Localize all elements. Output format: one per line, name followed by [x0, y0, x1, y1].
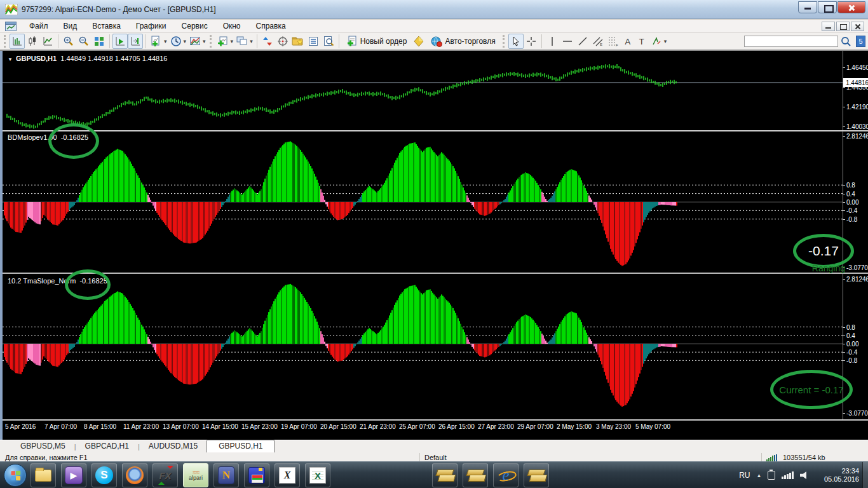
mdi-minimize-button[interactable]: [822, 22, 835, 31]
network-signal-icon[interactable]: [782, 471, 794, 479]
time-label: 26 Apr 15:00: [438, 423, 475, 430]
templates-dropdown-icon[interactable]: ▾: [203, 38, 206, 44]
tray-expand-icon[interactable]: ▲: [757, 473, 762, 478]
taskbar-firefox[interactable]: [122, 463, 147, 487]
taskbar-metaeditor-3[interactable]: [524, 463, 549, 487]
zoom-in-icon[interactable]: [61, 34, 76, 49]
panel-separator[interactable]: [3, 419, 868, 421]
crosshair-icon[interactable]: [524, 34, 539, 49]
minimize-button[interactable]: [798, 1, 817, 13]
menu-file[interactable]: Файл: [22, 20, 56, 32]
taskbar-alpari-active[interactable]: ≈≈ alpari: [183, 463, 208, 487]
templates-icon[interactable]: [187, 34, 203, 49]
zoom-out-icon[interactable]: [76, 34, 92, 49]
menu-window[interactable]: Окно: [215, 20, 248, 32]
tab-gbpusd-h1[interactable]: GBPUSD,H1: [207, 440, 275, 453]
axis-label: 2.81246: [846, 276, 868, 283]
chart-shift-icon[interactable]: [128, 34, 143, 49]
toolbar-grip[interactable]: [4, 35, 7, 48]
taskbar-excel[interactable]: X: [305, 463, 330, 487]
candlestick-icon[interactable]: [25, 34, 40, 49]
menu-charts[interactable]: Графики: [128, 20, 174, 32]
maximize-button[interactable]: [818, 1, 837, 13]
new-order-label: Новый ордер: [360, 37, 407, 46]
diamond-icon[interactable]: [411, 34, 426, 49]
search-icon[interactable]: [838, 34, 853, 49]
axis-label: -0.8: [846, 357, 868, 364]
trendline-icon[interactable]: [575, 34, 590, 49]
journal-icon[interactable]: [306, 34, 321, 49]
taskbar-metatrader[interactable]: FX: [153, 463, 178, 487]
toolbar-grip[interactable]: [503, 35, 506, 48]
time-label: 11 Apr 23:00: [123, 423, 159, 430]
taskbar-kmplayer[interactable]: ▶: [61, 463, 86, 487]
taskbar-metaeditor-1[interactable]: [432, 463, 458, 487]
new-chart-icon[interactable]: [149, 34, 164, 49]
menu-tools[interactable]: Сервис: [174, 20, 215, 32]
taskbar-skype[interactable]: S: [92, 463, 117, 487]
vertical-line-icon[interactable]: [545, 34, 560, 49]
tray-clock[interactable]: 23:34 05.05.2016: [824, 467, 859, 484]
text-tool-icon[interactable]: A: [621, 37, 635, 46]
indicators-icon[interactable]: [215, 34, 231, 49]
chevron-down-icon[interactable]: ▼: [8, 57, 13, 62]
tab-gbpusd-m5[interactable]: GBPUSD,M5: [11, 440, 74, 452]
menu-help[interactable]: Справка: [248, 20, 294, 32]
taskbar-internet-explorer[interactable]: e: [493, 463, 519, 487]
cursor-icon[interactable]: [508, 34, 524, 49]
profiles-icon[interactable]: [260, 34, 275, 49]
bar-chart-icon[interactable]: [10, 34, 25, 49]
periods-dropdown-icon[interactable]: ▾: [184, 38, 187, 44]
axis-label: 0.8: [846, 182, 868, 189]
text-label-tool-icon[interactable]: T: [635, 37, 649, 46]
windows-dropdown-icon[interactable]: ▾: [250, 38, 253, 44]
taskbar: ▶ S FX ≈≈ alpari N X X e RU ▲: [0, 461, 868, 488]
equidistant-channel-icon[interactable]: E: [590, 34, 606, 49]
titlebar: 9757299: Alpari-ECN-Demo - Демо Счет - […: [0, 0, 868, 19]
indicators-dropdown-icon[interactable]: ▾: [231, 38, 234, 44]
windows-icon[interactable]: [234, 34, 250, 49]
language-indicator[interactable]: RU: [739, 471, 750, 480]
axis-label: 2.81246: [846, 133, 868, 140]
crosshair-target-icon[interactable]: [275, 34, 290, 49]
taskbar-notepad[interactable]: N: [214, 463, 239, 487]
start-button[interactable]: [4, 464, 27, 487]
auto-trading-button[interactable]: Авто-торговля: [426, 34, 499, 49]
panel-separator[interactable]: [3, 130, 868, 132]
line-chart-icon[interactable]: [40, 34, 55, 49]
menu-view[interactable]: Вид: [56, 20, 85, 32]
new-order-button[interactable]: Новый ордер: [342, 34, 412, 49]
show-desktop-button[interactable]: [862, 462, 868, 488]
search-doc-icon[interactable]: [321, 34, 336, 49]
taskbar-explorer[interactable]: [31, 463, 56, 487]
close-button[interactable]: [837, 1, 865, 13]
arrow-shapes-icon[interactable]: [649, 34, 664, 49]
taskbar-metaeditor-2[interactable]: [463, 463, 488, 487]
search-input[interactable]: [744, 36, 838, 47]
panel-separator[interactable]: [3, 273, 868, 274]
horizontal-line-icon[interactable]: [560, 34, 575, 49]
axis-label: 1.40030: [846, 123, 868, 130]
tile-windows-icon[interactable]: [92, 34, 107, 49]
mdi-close-button[interactable]: [851, 22, 864, 31]
speaker-icon[interactable]: [800, 471, 809, 479]
auto-scroll-icon[interactable]: [112, 34, 128, 49]
menu-insert[interactable]: Вставка: [85, 20, 128, 32]
tab-gbpcad-h1[interactable]: GBPCAD,H1: [76, 440, 138, 452]
metatrader-fx-icon: FX: [156, 466, 175, 485]
mdi-restore-button[interactable]: [836, 22, 850, 31]
toolbar-grip[interactable]: [210, 35, 213, 48]
new-chart-dropdown-icon[interactable]: ▾: [164, 38, 167, 44]
chart-region[interactable]: ▼GBPUSD,H1 1.44849 1.44918 1.44705 1.448…: [0, 51, 868, 440]
time-label: 29 Apr 07:00: [517, 423, 553, 430]
status-profile[interactable]: Default: [424, 454, 447, 461]
clipboard-tray-icon[interactable]: [768, 471, 775, 480]
periods-icon[interactable]: [168, 34, 184, 49]
floppy-icon: [248, 467, 265, 484]
arrow-shapes-dropdown-icon[interactable]: ▾: [664, 38, 667, 44]
fibonacci-icon[interactable]: F: [606, 34, 621, 49]
taskbar-docs[interactable]: [244, 463, 269, 487]
tab-audusd-m15[interactable]: AUDUSD,M15: [140, 440, 207, 452]
favorites-icon[interactable]: [290, 34, 306, 49]
taskbar-x-app[interactable]: X: [275, 463, 300, 487]
